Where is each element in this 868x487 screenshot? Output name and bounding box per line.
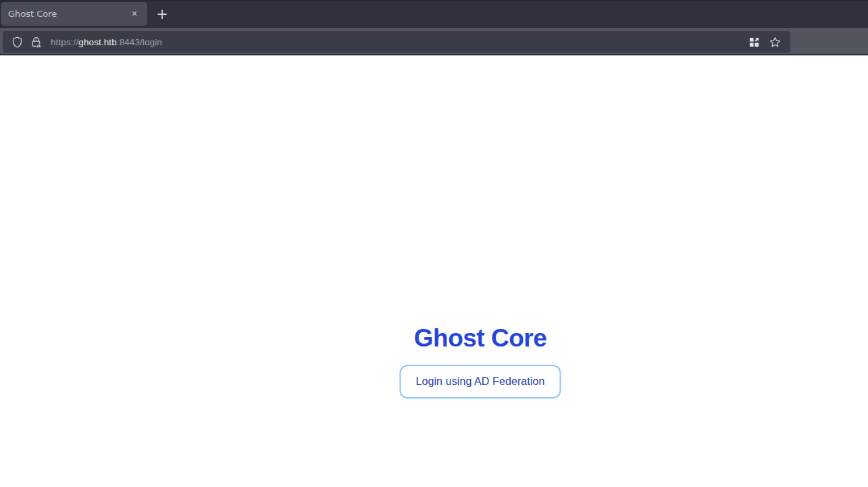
url-scheme: https:// [51,37,78,47]
url-text[interactable]: https://ghost.htb:8443/login [51,37,746,47]
tab-bar: Ghost Core ✕ + [0,0,868,28]
ad-federation-login-button[interactable]: Login using AD Federation [399,365,561,399]
new-tab-button[interactable]: + [153,5,172,24]
bookmark-star-icon[interactable] [766,33,784,51]
browser-window: Ghost Core ✕ + https://ghost.ht [0,0,868,487]
login-stack: Ghost Core Login using AD Federation [399,326,561,399]
url-bar[interactable]: https://ghost.htb:8443/login [3,31,790,53]
tab-title: Ghost Core [8,9,127,19]
page-title: Ghost Core [414,326,546,351]
page-action-grid-arrow-icon[interactable] [746,34,762,50]
tab-close-icon[interactable]: ✕ [127,7,142,22]
page-content: Ghost Core Login using AD Federation [0,57,868,487]
url-domain: ghost.htb [78,37,116,47]
shield-icon[interactable] [9,34,24,49]
url-path: :8443/login [117,37,162,47]
navigation-toolbar: https://ghost.htb:8443/login [0,28,868,55]
browser-tab-ghost-core[interactable]: Ghost Core ✕ [1,2,147,26]
lock-insecure-warning-icon[interactable] [28,34,43,49]
